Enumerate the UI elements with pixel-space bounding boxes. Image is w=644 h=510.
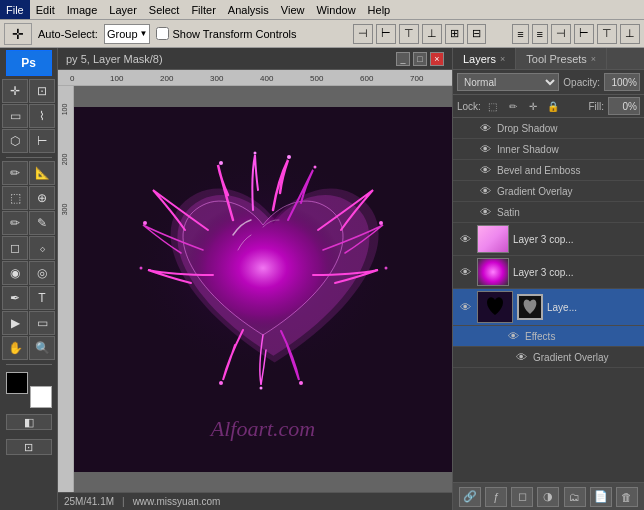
layer-3-copy-2[interactable]: 👁 Layer 3 cop... [453,256,644,289]
eyedropper-tool[interactable]: ✏ [2,161,28,185]
opacity-input[interactable] [604,73,640,91]
auto-select-dropdown[interactable]: Group ▼ [104,24,151,44]
gradient-overlay-sublayer[interactable]: 👁 Gradient Overlay [453,347,644,368]
effect-gradient-overlay[interactable]: 👁 Gradient Overlay [453,181,644,202]
canvas[interactable]: Alfoart.com [74,107,452,472]
minimize-btn[interactable]: _ [396,52,410,66]
artboard-tool[interactable]: ⊡ [29,79,55,103]
layer-eye-6[interactable]: 👁 [457,264,473,280]
background-color[interactable] [30,386,52,408]
fill-input[interactable] [608,97,640,115]
menu-help[interactable]: Help [362,0,397,19]
menu-filter[interactable]: Filter [185,0,221,19]
menu-select[interactable]: Select [143,0,186,19]
menu-edit[interactable]: Edit [30,0,61,19]
layer-eye-7[interactable]: 👁 [457,299,473,315]
new-group-btn[interactable]: 🗂 [564,487,586,507]
move-tool[interactable]: ✛ [2,79,28,103]
move-tool-icon[interactable]: ✛ [4,23,32,45]
effect-eye-4[interactable]: 👁 [477,204,493,220]
align-distribute-h[interactable]: ⊞ [445,24,464,44]
blur-tool[interactable]: ◉ [2,261,28,285]
menu-analysis[interactable]: Analysis [222,0,275,19]
effect-eye-3[interactable]: 👁 [477,183,493,199]
align-extra6[interactable]: ⊥ [620,24,640,44]
lock-all-icon[interactable]: 🔒 [545,98,561,114]
align-extra1[interactable]: ≡ [512,24,528,44]
effect-eye-1[interactable]: 👁 [477,141,493,157]
gradient-overlay-eye[interactable]: 👁 [513,349,529,365]
delete-layer-btn[interactable]: 🗑 [616,487,638,507]
layer-3-copy-1[interactable]: 👁 Layer 3 cop... [453,223,644,256]
layer-eye-5[interactable]: 👁 [457,231,473,247]
align-left[interactable]: ⊣ [353,24,373,44]
align-center-v[interactable]: ⊢ [376,24,396,44]
pen-tool[interactable]: ✒ [2,286,28,310]
effect-eye-2[interactable]: 👁 [477,162,493,178]
quick-mask-btn[interactable]: ◧ [6,414,52,430]
menu-window[interactable]: Window [310,0,361,19]
path-select-tool[interactable]: ▶ [2,311,28,335]
layer-mask-thumb-7 [517,294,543,320]
lock-image-icon[interactable]: ✏ [505,98,521,114]
maximize-btn[interactable]: □ [413,52,427,66]
effect-eye-0[interactable]: 👁 [477,120,493,136]
menu-layer[interactable]: Layer [103,0,143,19]
tab-presets-close[interactable]: × [591,54,596,64]
effect-bevel-emboss[interactable]: 👁 Bevel and Emboss [453,160,644,181]
quick-select-tool[interactable]: ⬡ [2,129,28,153]
link-layers-btn[interactable]: 🔗 [459,487,481,507]
menu-view[interactable]: View [275,0,311,19]
screen-mode-btn[interactable]: ⊡ [6,439,52,455]
show-transform-checkbox[interactable] [156,27,169,40]
layer-active[interactable]: 👁 Laye... [453,289,644,326]
hand-tool[interactable]: ✋ [2,336,28,360]
new-layer-btn[interactable]: 📄 [590,487,612,507]
crop-tool[interactable]: ⊢ [29,129,55,153]
marquee-tool[interactable]: ▭ [2,104,28,128]
dodge-tool[interactable]: ◎ [29,261,55,285]
effect-inner-shadow[interactable]: 👁 Inner Shadow [453,139,644,160]
brush-tool[interactable]: ✏ [2,211,28,235]
svg-point-7 [143,221,147,225]
svg-point-10 [260,387,263,390]
effect-satin[interactable]: 👁 Satin [453,202,644,223]
foreground-color[interactable] [6,372,28,394]
effects-label[interactable]: 👁 Effects [453,326,644,347]
ruler-tool[interactable]: 📐 [29,161,55,185]
toolbox: Ps ✛ ⊡ ▭ ⌇ ⬡ ⊢ ✏ 📐 ⬚ ⊕ ✏ ✎ ◻ ⬦ [0,48,58,510]
patch-tool[interactable]: ⬚ [2,186,28,210]
align-extra4[interactable]: ⊢ [574,24,594,44]
align-distribute-v[interactable]: ⊟ [467,24,486,44]
tab-layers[interactable]: Layers × [453,48,516,69]
align-extra3[interactable]: ⊣ [551,24,571,44]
tab-layers-close[interactable]: × [500,54,505,64]
add-mask-btn[interactable]: ◻ [511,487,533,507]
menu-file[interactable]: File [0,0,30,19]
align-extra5[interactable]: ⊤ [597,24,617,44]
eraser-tool[interactable]: ◻ [2,236,28,260]
align-bottom[interactable]: ⊥ [422,24,442,44]
close-btn[interactable]: × [430,52,444,66]
align-top[interactable]: ⊤ [399,24,419,44]
shape-tool[interactable]: ▭ [29,311,55,335]
new-adj-layer-btn[interactable]: ◑ [537,487,559,507]
add-style-btn[interactable]: ƒ [485,487,507,507]
pencil-tool[interactable]: ✎ [29,211,55,235]
show-transform-label[interactable]: Show Transform Controls [156,27,296,40]
type-tool[interactable]: T [29,286,55,310]
lock-position-icon[interactable]: ✛ [525,98,541,114]
effects-eye[interactable]: 👁 [505,328,521,344]
paint-bucket-tool[interactable]: ⬦ [29,236,55,260]
ruler-500: 500 [310,74,323,83]
align-extra2[interactable]: ≡ [532,24,548,44]
layers-list[interactable]: 👁 Drop Shadow 👁 Inner Shadow 👁 Bevel and… [453,118,644,482]
blend-mode-select[interactable]: Normal [457,73,559,91]
zoom-tool[interactable]: 🔍 [29,336,55,360]
effect-drop-shadow[interactable]: 👁 Drop Shadow [453,118,644,139]
lasso-tool[interactable]: ⌇ [29,104,55,128]
clone-stamp-tool[interactable]: ⊕ [29,186,55,210]
lock-transparent-icon[interactable]: ⬚ [485,98,501,114]
menu-image[interactable]: Image [61,0,104,19]
tab-tool-presets[interactable]: Tool Presets × [516,48,607,69]
